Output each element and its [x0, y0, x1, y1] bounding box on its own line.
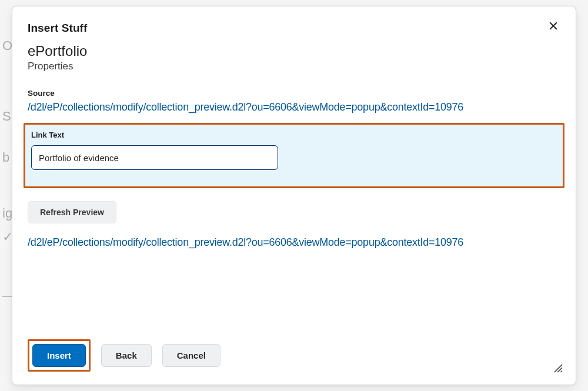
preview-link[interactable]: /d2l/eP/collections/modify/collection_pr…: [28, 236, 560, 249]
cancel-button[interactable]: Cancel: [162, 344, 220, 367]
back-button[interactable]: Back: [101, 344, 152, 367]
resize-handle-icon[interactable]: [552, 362, 563, 373]
section-heading: ePortfolio: [28, 43, 560, 59]
linktext-input[interactable]: [31, 145, 278, 170]
linktext-highlight-region: Link Text: [24, 123, 564, 188]
modal-footer: Insert Back Cancel: [12, 331, 576, 385]
source-label: Source: [28, 89, 560, 98]
svg-line-4: [561, 371, 562, 372]
insert-button[interactable]: Insert: [32, 344, 86, 367]
modal-title: Insert Stuff: [28, 22, 560, 35]
source-link[interactable]: /d2l/eP/collections/modify/collection_pr…: [28, 101, 560, 113]
refresh-preview-button[interactable]: Refresh Preview: [28, 201, 116, 223]
insert-stuff-modal: Insert Stuff ePortfolio Properties Sourc…: [12, 6, 576, 385]
linktext-label: Link Text: [31, 131, 557, 139]
section-subheading: Properties: [28, 61, 560, 72]
modal-body: Insert Stuff ePortfolio Properties Sourc…: [12, 6, 576, 331]
insert-highlight-region: Insert: [28, 339, 91, 372]
close-icon: [548, 21, 559, 33]
close-button[interactable]: [545, 18, 562, 35]
